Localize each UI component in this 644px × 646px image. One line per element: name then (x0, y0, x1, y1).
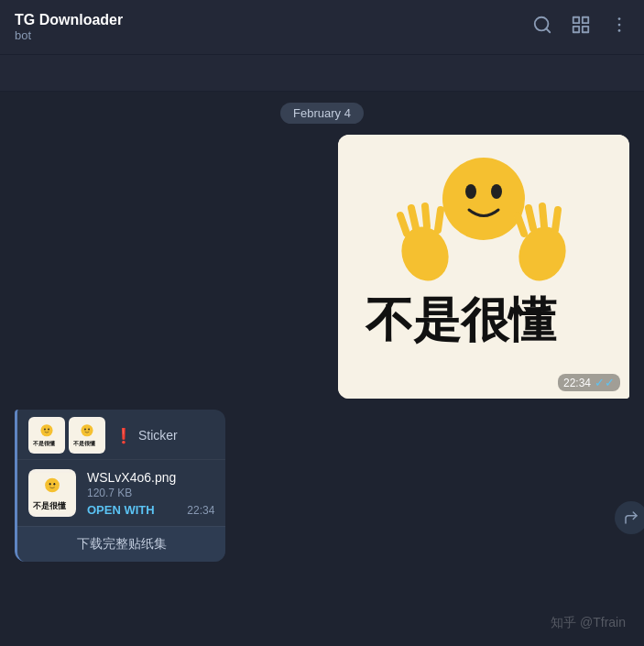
file-thumbnail: 不是很懂 (28, 469, 76, 517)
exclaim-icon: ❗ (115, 427, 133, 444)
file-name: WSLvX4o6.png (87, 470, 176, 485)
open-with-button[interactable]: OPEN WITH (87, 503, 176, 517)
image-bubble: 不是很懂 22:34 ✓✓ (338, 135, 629, 399)
svg-point-31 (84, 428, 86, 430)
svg-line-17 (438, 210, 441, 230)
svg-point-12 (491, 184, 502, 199)
svg-point-35 (45, 478, 60, 493)
sticker-image: 不是很懂 (338, 135, 629, 399)
svg-rect-4 (573, 27, 579, 32)
messages-container: 不是很懂 22:34 ✓✓ (0, 135, 644, 587)
message-time: 22:34 (563, 377, 591, 389)
chat-subtitle: bot (15, 28, 532, 42)
svg-rect-5 (583, 27, 588, 32)
header-info: TG Downloader bot (15, 12, 532, 42)
incoming-file-message: 不是很懂 不是很懂 (15, 410, 629, 562)
message-time-overlay: 22:34 ✓✓ (558, 374, 620, 391)
more-icon[interactable] (609, 15, 629, 39)
date-pill: February 4 (280, 103, 364, 124)
svg-point-26 (44, 428, 46, 430)
svg-point-27 (48, 428, 49, 430)
sticker-thumb-2: 不是很懂 (69, 417, 105, 454)
forward-button[interactable] (615, 501, 644, 534)
sticker-label-area: ❗ Sticker (115, 427, 178, 444)
chat-title: TG Downloader (15, 12, 532, 28)
header: TG Downloader bot (0, 0, 644, 55)
file-row: 不是很懂 WSLvX4o6.png 120.7 KB OPEN WITH 22:… (17, 460, 225, 526)
sticker-thumb-1: 不是很懂 (28, 417, 65, 454)
file-bubble: 不是很懂 不是很懂 (15, 410, 225, 562)
svg-text:不是很懂: 不是很懂 (72, 440, 96, 446)
svg-text:不是很懂: 不是很懂 (32, 501, 67, 510)
svg-point-25 (40, 424, 52, 436)
header-icons (532, 15, 629, 39)
svg-point-36 (49, 483, 51, 486)
sticker-label: Sticker (138, 428, 178, 443)
svg-line-20 (529, 208, 533, 228)
svg-line-22 (555, 210, 558, 230)
svg-text:不是很懂: 不是很懂 (32, 440, 56, 446)
svg-point-30 (81, 424, 93, 436)
svg-point-10 (442, 158, 525, 240)
svg-text:不是很懂: 不是很懂 (365, 294, 557, 346)
file-time: 22:34 (187, 504, 214, 517)
sticker-reply-bar: 不是很懂 不是很懂 (17, 410, 225, 460)
file-info: WSLvX4o6.png 120.7 KB OPEN WITH (87, 470, 176, 517)
sticker-reply-thumbs: 不是很懂 不是很懂 (28, 417, 105, 454)
svg-line-1 (546, 28, 550, 32)
watermark: 知乎 @Tfrain (551, 615, 626, 631)
svg-rect-2 (573, 17, 579, 23)
chat-area: February 4 (0, 55, 644, 646)
read-check-icon: ✓✓ (595, 376, 615, 389)
svg-point-11 (465, 184, 476, 199)
top-bar (0, 55, 644, 92)
svg-line-16 (425, 206, 427, 226)
svg-point-8 (618, 29, 621, 32)
date-divider: February 4 (0, 92, 644, 135)
svg-point-7 (618, 24, 621, 27)
download-sticker-set-button[interactable]: 下载完整贴纸集 (17, 526, 225, 562)
search-icon[interactable] (532, 15, 552, 39)
layout-icon[interactable] (571, 15, 591, 39)
outgoing-image-message: 不是很懂 22:34 ✓✓ (15, 135, 629, 399)
svg-point-6 (618, 17, 621, 20)
svg-point-37 (53, 483, 55, 486)
file-size: 120.7 KB (87, 487, 176, 499)
svg-rect-3 (583, 17, 588, 23)
svg-line-21 (542, 206, 544, 226)
svg-line-15 (411, 208, 416, 228)
svg-point-32 (88, 428, 90, 430)
